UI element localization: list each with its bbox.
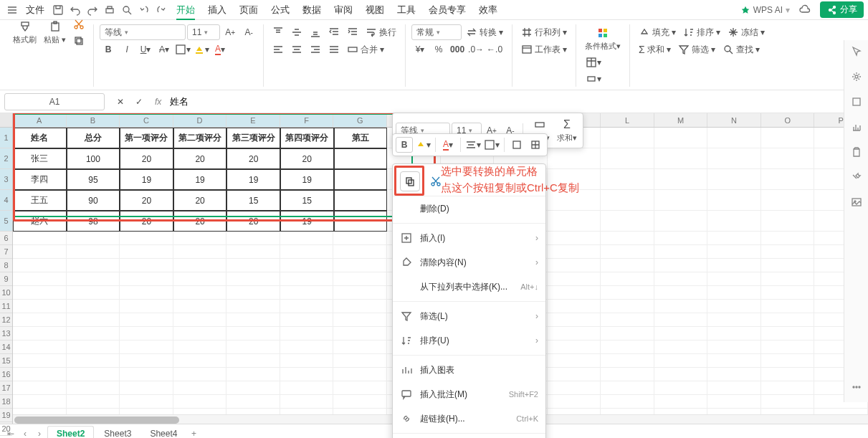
cell-F12[interactable]	[280, 313, 334, 327]
cond-format-button[interactable]: 条件格式▾	[582, 24, 624, 53]
align-right-icon[interactable]	[307, 42, 324, 57]
side-image-icon[interactable]	[851, 196, 862, 210]
cell-E17[interactable]	[226, 381, 280, 395]
cell-E15[interactable]	[226, 354, 280, 368]
cell-M2[interactable]	[654, 148, 708, 169]
cell-O2[interactable]	[761, 148, 815, 169]
cell-O14[interactable]	[761, 341, 815, 354]
cell-E12[interactable]	[226, 313, 280, 327]
cell-C13[interactable]	[120, 327, 173, 341]
undo2-icon[interactable]	[136, 2, 152, 18]
cell-L10[interactable]	[601, 286, 654, 300]
cell-K15[interactable]	[548, 354, 601, 368]
redo2-icon[interactable]	[153, 2, 169, 18]
ctx-delete[interactable]: 删除(D)	[393, 196, 545, 221]
row-header-18[interactable]: 18	[0, 395, 12, 409]
find-button[interactable]: 查找▾	[720, 42, 763, 57]
row-header-3[interactable]: 3	[0, 169, 12, 190]
tab-data[interactable]: 数据	[302, 1, 321, 19]
align-center-icon[interactable]	[288, 42, 305, 57]
row-header-2[interactable]: 2	[0, 148, 12, 169]
cell-M8[interactable]	[654, 259, 708, 272]
cell-A18[interactable]	[13, 395, 67, 409]
cell-E2[interactable]: 20	[226, 148, 280, 169]
mini-bold-icon[interactable]: B	[396, 137, 413, 153]
cell-F15[interactable]	[280, 354, 334, 368]
cell-L1[interactable]	[601, 128, 654, 148]
cell-L15[interactable]	[601, 354, 654, 368]
align-top-icon[interactable]	[270, 24, 287, 40]
tab-tools[interactable]: 工具	[397, 1, 416, 19]
cell-E6[interactable]	[226, 232, 280, 245]
format-painter-button[interactable]: 格式刷	[10, 18, 39, 47]
ctx-sort[interactable]: 排序(U)›	[393, 328, 545, 353]
cell-G5[interactable]	[334, 211, 388, 232]
cell-B12[interactable]	[67, 313, 120, 327]
cell-F8[interactable]	[280, 259, 334, 272]
cell-N16[interactable]	[707, 368, 761, 381]
cell-E14[interactable]	[226, 341, 280, 354]
row-header-5[interactable]: 5	[0, 211, 12, 232]
cell-M6[interactable]	[654, 232, 708, 245]
cell-G17[interactable]	[333, 381, 387, 395]
col-header-E[interactable]: E	[226, 113, 280, 127]
filter-button[interactable]: 筛选▾	[675, 42, 718, 57]
row-header-17[interactable]: 17	[0, 381, 12, 395]
mini-fill-icon[interactable]: ▾	[414, 137, 431, 153]
cell-K10[interactable]	[548, 286, 601, 300]
currency-icon[interactable]: ¥▾	[411, 42, 429, 57]
cell-A10[interactable]	[13, 286, 67, 300]
table-style-icon[interactable]: ▾	[585, 54, 602, 70]
cell-K6[interactable]	[548, 232, 601, 245]
sheet-nav-next[interactable]: ›	[33, 427, 46, 439]
cell-C5[interactable]: 20	[120, 211, 173, 232]
cell-C12[interactable]	[120, 313, 173, 327]
cell-B14[interactable]	[67, 341, 120, 354]
cell-O12[interactable]	[761, 313, 815, 327]
sheet-tab-4[interactable]: Sheet4	[141, 427, 186, 439]
cell-L12[interactable]	[601, 313, 654, 327]
cell-D16[interactable]	[173, 368, 227, 381]
cell-G14[interactable]	[333, 341, 387, 354]
ctx-comment[interactable]: 插入批注(M)Shift+F2	[393, 382, 545, 406]
save-icon[interactable]	[50, 2, 66, 18]
increase-font-icon[interactable]: A+	[221, 24, 239, 40]
cell-D15[interactable]	[173, 354, 227, 368]
cell-O6[interactable]	[761, 232, 815, 245]
cell-E16[interactable]	[226, 368, 280, 381]
cell-M17[interactable]	[654, 381, 708, 395]
cell-B11[interactable]	[67, 300, 120, 313]
align-mid-icon[interactable]	[288, 24, 305, 40]
cell-M7[interactable]	[654, 245, 708, 259]
cell-A14[interactable]	[13, 341, 67, 354]
tab-review[interactable]: 审阅	[334, 1, 353, 19]
copy-icon[interactable]	[70, 33, 87, 49]
row-header-9[interactable]: 9	[0, 272, 12, 286]
percent-icon[interactable]: %	[430, 42, 447, 57]
side-backup-icon[interactable]	[851, 146, 862, 160]
name-box[interactable]: A1	[4, 93, 105, 110]
col-header-N[interactable]: N	[707, 113, 761, 127]
cell-L4[interactable]	[601, 190, 654, 211]
tab-start[interactable]: 开始	[176, 1, 195, 19]
cell-B7[interactable]	[67, 245, 120, 259]
cell-C18[interactable]	[120, 395, 173, 409]
cell-N14[interactable]	[707, 341, 761, 354]
cell-D17[interactable]	[173, 381, 227, 395]
cell-B6[interactable]	[67, 232, 120, 245]
cell-L14[interactable]	[601, 341, 654, 354]
cell-F4[interactable]: 15	[280, 190, 334, 211]
cell-O17[interactable]	[761, 381, 815, 395]
cut-icon[interactable]	[70, 16, 87, 32]
cell-L3[interactable]	[601, 169, 654, 190]
cell-O16[interactable]	[761, 368, 815, 381]
col-header-B[interactable]: B	[67, 113, 120, 127]
search-icon[interactable]	[119, 2, 135, 18]
cell-L17[interactable]	[601, 381, 654, 395]
col-header-D[interactable]: D	[173, 113, 227, 127]
cell-O8[interactable]	[761, 259, 815, 272]
indent-inc-icon[interactable]	[344, 24, 361, 40]
row-header-19[interactable]: 19	[0, 409, 12, 422]
cell-F16[interactable]	[280, 368, 334, 381]
cell-F5[interactable]: 19	[280, 211, 334, 232]
